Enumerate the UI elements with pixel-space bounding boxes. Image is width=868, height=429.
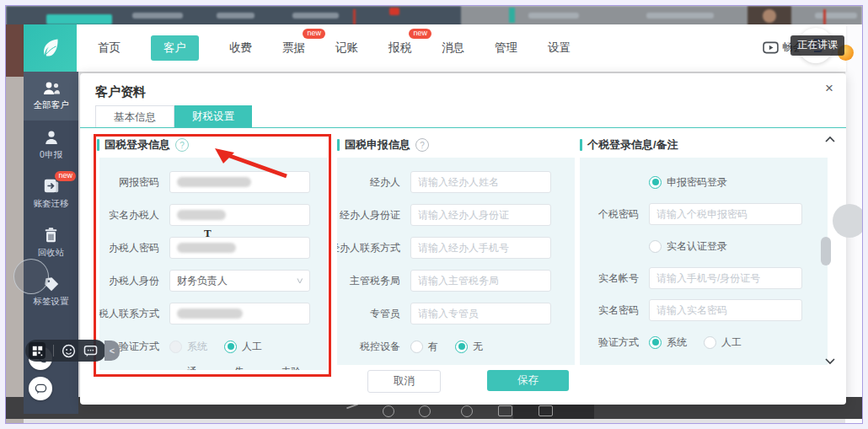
radio-system[interactable]: 系统 — [649, 335, 687, 350]
board-tool-icon[interactable] — [538, 405, 553, 416]
nav-item-bookkeeping[interactable]: 记账 — [335, 40, 358, 56]
top-nav: 首页 客户 收费 票据new 记账 报税new 消息 管理 设置 畅会 — [24, 24, 846, 72]
form-row: 税控设备 有 无 — [337, 335, 551, 357]
save-button[interactable]: 保存 — [487, 370, 569, 391]
help-icon[interactable]: ? — [175, 138, 189, 152]
section-header-personal-tax: 个税登录信息/备注 — [580, 137, 678, 153]
nav-item-home[interactable]: 首页 — [98, 40, 121, 56]
admin-officer-input[interactable]: 请输入专管员 — [410, 303, 551, 324]
chat-support-button[interactable] — [29, 377, 52, 400]
tab-underline — [80, 127, 846, 128]
qr-code-icon[interactable] — [29, 342, 46, 359]
chevron-down-icon: ˅ — [297, 276, 303, 286]
feather-logo-icon — [38, 35, 63, 61]
customer-profile-dialog: 客户资料 × 基本信息 财税设置 国税登录信息 ? 网报密码 实名办税人 — [80, 73, 846, 405]
nav-item-settings[interactable]: 设置 — [548, 40, 571, 56]
close-icon[interactable]: × — [825, 81, 833, 95]
real-name-taxpayer-input[interactable] — [169, 204, 310, 226]
sidebar-item-all-customers[interactable]: 全部客户 — [24, 72, 78, 121]
scroll-down-icon[interactable] — [825, 358, 835, 365]
chat-bubble-icon — [35, 383, 47, 394]
lecture-status-tooltip: 正在讲课 — [790, 35, 844, 56]
form-row: 实名认证登录 — [580, 235, 802, 257]
form-row: 验证状态 通过 失败 未验证 — [99, 368, 310, 370]
personal-password-input[interactable]: 请输入个税申报密码 — [649, 203, 802, 225]
circle-tool-icon[interactable] — [419, 405, 431, 417]
radio-declare-password-login[interactable]: 申报密码登录 — [649, 175, 727, 190]
tab-basic-info[interactable]: 基本信息 — [95, 105, 174, 128]
agent-input[interactable]: 请输入经办人姓名 — [410, 171, 551, 193]
sidebar-item-zero-declare[interactable]: 0申报 — [24, 121, 78, 169]
masked-value — [177, 210, 226, 220]
users-icon — [41, 81, 62, 96]
form-row: 验证方式 系统 人工 — [99, 335, 310, 357]
nav-item-customers[interactable]: 客户 — [151, 35, 199, 61]
taxpayer-identity-select[interactable]: 财务负责人 ˅ — [169, 270, 310, 292]
sidebar-item-account-migration[interactable]: new 账套迁移 — [24, 169, 78, 218]
tax-login-panel: 网报密码 实名办税人 办税人密码 T 办税人身份 — [99, 158, 327, 370]
form-row: 实名办税人 — [99, 204, 310, 226]
taxpayer-password-input[interactable]: T — [169, 237, 310, 259]
radio-manual[interactable]: 人工 — [704, 335, 742, 350]
background-teal-pill — [46, 14, 112, 24]
smiley-icon[interactable] — [62, 344, 76, 358]
shape-tool-icon[interactable] — [383, 405, 394, 417]
scroll-up-icon[interactable] — [825, 136, 835, 142]
nav-item-fees[interactable]: 收费 — [229, 40, 252, 56]
form-row: 实名帐号 请输入手机号/身份证号 — [580, 267, 802, 289]
cancel-button[interactable]: 取消 — [367, 370, 441, 393]
right-drawer-handle[interactable] — [833, 204, 863, 238]
radio-system[interactable]: 系统 — [169, 340, 207, 354]
form-row: 网报密码 — [99, 171, 310, 193]
form-row: 实名密码 请输入实名密码 — [580, 299, 802, 321]
background-left-strip — [6, 24, 24, 424]
section-header-tax-login: 国税登录信息 ? — [97, 137, 189, 153]
nav-item-management[interactable]: 管理 — [495, 40, 517, 56]
agent-id-input[interactable]: 请输入经办人身份证 — [410, 204, 551, 226]
left-drawer-handle[interactable] — [13, 259, 49, 294]
new-badge: new — [409, 29, 431, 39]
chat-icon[interactable] — [83, 345, 98, 357]
form-row: 验证方式 系统 人工 — [580, 331, 802, 353]
text-cursor-artifact: T — [204, 227, 212, 240]
trash-icon — [43, 227, 59, 244]
nav-item-invoices[interactable]: 票据new — [282, 40, 305, 56]
form-row: 经办人 请输入经办人姓名 — [337, 171, 551, 193]
play-video-icon — [763, 41, 779, 54]
taxpayer-contact-input[interactable] — [169, 303, 310, 324]
form-row: 办税人联系方式 — [99, 303, 310, 324]
rect-tool-icon[interactable] — [498, 405, 512, 416]
realname-password-input[interactable]: 请输入实名密码 — [649, 299, 802, 321]
form-row: 主管税务局 请输入主管税务局 — [337, 270, 551, 292]
nav-item-messages[interactable]: 消息 — [442, 40, 464, 56]
desktop-frame: 首页 客户 收费 票据new 记账 报税new 消息 管理 设置 畅会 正在讲课 — [5, 5, 863, 424]
form-row: 办税人密码 T — [99, 237, 310, 259]
dialog-title: 客户资料 — [95, 84, 146, 100]
screen: 首页 客户 收费 票据new 记账 报税new 消息 管理 设置 畅会 正在讲课 — [0, 0, 868, 429]
laser-tool-icon[interactable] — [461, 405, 473, 417]
agent-contact-input[interactable]: 请输入经办人手机号 — [410, 237, 551, 259]
radio-realname-login[interactable]: 实名认证登录 — [649, 239, 727, 254]
tax-declare-panel: 经办人 请输入经办人姓名 经办人身份证 请输入经办人身份证 经办人联系方式 请输… — [337, 158, 575, 365]
web-password-input[interactable] — [169, 171, 310, 193]
scrollbar-thumb[interactable] — [821, 237, 831, 265]
tab-fiscal-settings[interactable]: 财税设置 — [174, 105, 252, 127]
widget-collapse-chevron[interactable]: < — [104, 341, 120, 361]
new-badge: new — [55, 171, 76, 181]
masked-value — [177, 177, 251, 187]
radio-unverified[interactable]: 未验证 — [264, 365, 310, 370]
help-icon[interactable]: ? — [415, 138, 429, 152]
user-icon — [43, 130, 60, 146]
tax-bureau-input[interactable]: 请输入主管税务局 — [410, 270, 551, 292]
radio-passed[interactable]: 通过 — [169, 365, 206, 370]
nav-item-taxfiling[interactable]: 报税new — [388, 40, 411, 56]
app-logo[interactable] — [24, 24, 77, 72]
realname-account-input[interactable]: 请输入手机号/身份证号 — [649, 267, 802, 289]
form-row: 专管员 请输入专管员 — [337, 303, 551, 324]
section-header-tax-declare: 国税申报信息 ? — [337, 137, 429, 153]
radio-failed[interactable]: 失败 — [217, 365, 254, 370]
radio-manual[interactable]: 人工 — [224, 340, 262, 354]
radio-no-device[interactable]: 无 — [455, 340, 483, 354]
form-row: 个税密码 请输入个税申报密码 — [580, 203, 802, 225]
radio-has-device[interactable]: 有 — [410, 340, 438, 354]
